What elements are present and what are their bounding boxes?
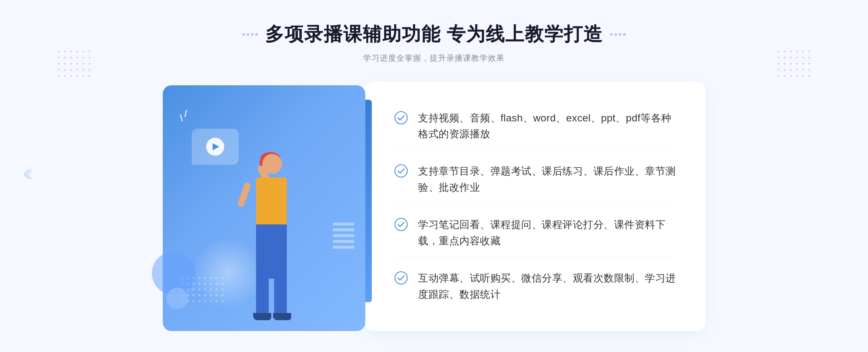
header-dec-right (610, 33, 626, 36)
feature-item-1: 支持视频、音频、flash、word、excel、ppt、pdf等各种格式的资源… (394, 103, 676, 150)
figure-pants (256, 224, 287, 279)
arrow-left-icon (20, 167, 34, 185)
light-ray-1 (180, 114, 183, 121)
check-circle-icon-1 (394, 111, 408, 125)
feature-text-3: 学习笔记回看、课程提问、课程评论打分、课件资料下载，重点内容收藏 (418, 217, 676, 249)
header-dot (255, 33, 258, 36)
stripe-decoration (333, 223, 354, 259)
header-dot (247, 33, 249, 36)
svg-point-0 (395, 111, 407, 124)
bg-dots-top-right (778, 51, 810, 77)
header-dot (251, 33, 254, 36)
feature-item-4: 互动弹幕、试听购买、微信分享、观看次数限制、学习进度跟踪、数据统计 (394, 263, 676, 310)
figure-shoe-left (253, 313, 271, 320)
svg-point-1 (395, 165, 407, 177)
illustration-panel (163, 85, 365, 331)
header-dec-left (242, 33, 258, 36)
bg-dots-top-left (58, 51, 90, 77)
deco-circle-small (166, 288, 188, 309)
features-panel: 支持视频、音频、flash、word、excel、ppt、pdf等各种格式的资源… (365, 82, 705, 331)
check-circle-icon-4 (394, 271, 408, 285)
svg-point-2 (395, 218, 407, 231)
check-circle-icon-2 (394, 164, 408, 178)
blue-side-bar (365, 100, 372, 302)
svg-point-3 (395, 272, 407, 284)
light-ray-2 (184, 110, 187, 117)
header-section: 多项录播课辅助功能 专为线上教学打造 学习进度全掌握，提升录播课教学效果 (242, 22, 626, 64)
main-title: 多项录播课辅助功能 专为线上教学打造 (265, 22, 603, 47)
header-dot (610, 33, 613, 36)
feature-text-2: 支持章节目录、弹题考试、课后练习、课后作业、章节测验、批改作业 (418, 163, 676, 196)
header-dot (242, 33, 245, 36)
figure-illustration (206, 143, 307, 331)
feature-item-2: 支持章节目录、弹题考试、课后练习、课后作业、章节测验、批改作业 (394, 156, 676, 203)
header-dot (619, 33, 621, 36)
feature-item-3: 学习笔记回看、课程提问、课程评论打分、课件资料下载，重点内容收藏 (394, 210, 676, 257)
header-dot (623, 33, 626, 36)
figure-torso (256, 177, 287, 228)
figure-leg-left (256, 273, 269, 317)
figure-arm-left (237, 182, 252, 208)
figure-shoe-right (273, 313, 291, 320)
sub-title: 学习进度全掌握，提升录播课教学效果 (242, 53, 626, 64)
figure-leg-right (274, 273, 287, 317)
check-circle-icon-3 (394, 218, 408, 231)
feature-text-4: 互动弹幕、试听购买、微信分享、观看次数限制、学习进度跟踪、数据统计 (418, 270, 676, 303)
feature-text-1: 支持视频、音频、flash、word、excel、ppt、pdf等各种格式的资源… (418, 110, 676, 143)
content-area: 支持视频、音频、flash、word、excel、ppt、pdf等各种格式的资源… (163, 82, 705, 331)
page-container: 多项录播课辅助功能 专为线上教学打造 学习进度全掌握，提升录播课教学效果 (0, 0, 868, 352)
header-dot (614, 33, 617, 36)
header-decorators: 多项录播课辅助功能 专为线上教学打造 (242, 22, 626, 47)
